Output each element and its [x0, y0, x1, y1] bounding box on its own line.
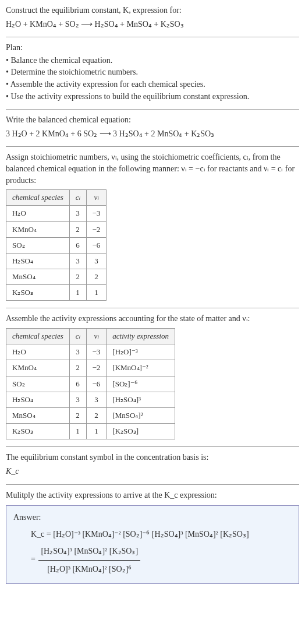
table-header-row: chemical species cᵢ νᵢ: [6, 190, 107, 206]
table-row: MnSO₄22[MnSO₄]²: [6, 407, 175, 423]
cell-vi: 1: [86, 424, 107, 439]
answer-line1: K_c = [H₂O]⁻³ [KMnO₄]⁻² [SO₂]⁻⁶ [H₂SO₄]³…: [31, 530, 249, 539]
table-row: H₂O3−3[H₂O]⁻³: [6, 344, 175, 360]
cell-species: H₂O: [6, 206, 70, 221]
fraction-denominator: [H₂O]³ [KMnO₄]² [SO₂]⁶: [38, 561, 140, 578]
cell-ci: 6: [69, 237, 86, 253]
cell-ci: 6: [69, 376, 86, 392]
cell-vi: −3: [86, 206, 107, 221]
divider: [6, 446, 299, 447]
table-row: H₂O3−3: [6, 206, 107, 221]
cell-vi: −3: [86, 344, 107, 360]
cell-species: K₂SO₃: [6, 285, 70, 301]
table-row: KMnO₄2−2[KMnO₄]⁻²: [6, 360, 175, 376]
table-row: SO₂6−6: [6, 237, 107, 253]
cell-vi: 2: [86, 407, 107, 423]
fraction-numerator: [H₂SO₄]³ [MnSO₄]² [K₂SO₃]: [38, 543, 140, 560]
assign-text: Assign stoichiometric numbers, νᵢ, using…: [6, 152, 299, 186]
cell-vi: 3: [86, 253, 107, 269]
equals-sign: =: [31, 555, 37, 564]
plan-list: • Balance the chemical equation. • Deter…: [6, 55, 299, 102]
col-vi: νᵢ: [86, 329, 107, 344]
col-ci: cᵢ: [69, 329, 86, 344]
cell-species: K₂SO₃: [6, 424, 70, 439]
cell-activity: [MnSO₄]²: [107, 407, 175, 423]
answer-box: Answer: K_c = [H₂O]⁻³ [KMnO₄]⁻² [SO₂]⁻⁶ …: [6, 505, 299, 584]
cell-ci: 1: [69, 285, 86, 301]
answer-label: Answer:: [13, 512, 292, 523]
cell-species: MnSO₄: [6, 407, 70, 423]
cell-species: KMnO₄: [6, 360, 70, 376]
cell-vi: 2: [86, 269, 107, 285]
col-species: chemical species: [6, 329, 70, 344]
table-row: H₂SO₄33: [6, 253, 107, 269]
cell-species: SO₂: [6, 376, 70, 392]
kc-symbol: K_c: [6, 466, 299, 477]
kc-symbol-value: K_c: [6, 467, 19, 476]
plan-item: • Use the activity expressions to build …: [6, 91, 299, 103]
divider: [6, 146, 299, 147]
answer-fraction: [H₂SO₄]³ [MnSO₄]² [K₂SO₃] [H₂O]³ [KMnO₄]…: [38, 543, 140, 578]
cell-vi: −6: [86, 237, 107, 253]
cell-ci: 2: [69, 221, 86, 237]
activity-table: chemical species cᵢ νᵢ activity expressi…: [6, 328, 175, 439]
prompt-intro: Construct the equilibrium constant, K, e…: [6, 5, 299, 16]
kc-symbol-text: The equilibrium constant symbol in the c…: [6, 452, 299, 463]
cell-species: H₂SO₄: [6, 392, 70, 407]
cell-species: H₂SO₄: [6, 253, 70, 269]
unbalanced-equation: H₂O + KMnO₄ + SO₂ ⟶ H₂SO₄ + MnSO₄ + K₂SO…: [6, 19, 299, 30]
plan-label: Plan:: [6, 42, 299, 54]
cell-ci: 3: [69, 253, 86, 269]
cell-ci: 2: [69, 407, 86, 423]
table-row: K₂SO₃11[K₂SO₃]: [6, 424, 175, 439]
multiply-text: Mulitply the activity expressions to arr…: [6, 490, 299, 501]
plan-item: • Assemble the activity expression for e…: [6, 79, 299, 90]
cell-ci: 2: [69, 269, 86, 285]
cell-activity: [H₂O]⁻³: [107, 344, 175, 360]
divider: [6, 484, 299, 485]
table-row: K₂SO₃11: [6, 285, 107, 301]
divider: [6, 37, 299, 37]
balanced-equation: 3 H₂O + 2 KMnO₄ + 6 SO₂ ⟶ 3 H₂SO₄ + 2 Mn…: [6, 128, 299, 140]
table-header-row: chemical species cᵢ νᵢ activity expressi…: [6, 329, 175, 344]
cell-species: SO₂: [6, 237, 70, 253]
cell-vi: −2: [86, 221, 107, 237]
table-row: SO₂6−6[SO₂]⁻⁶: [6, 376, 175, 392]
cell-species: KMnO₄: [6, 221, 70, 237]
cell-vi: 3: [86, 392, 107, 407]
plan-item: • Balance the chemical equation.: [6, 55, 299, 66]
plan-item: • Determine the stoichiometric numbers.: [6, 66, 299, 78]
cell-ci: 1: [69, 424, 86, 439]
table-row: KMnO₄2−2: [6, 221, 107, 237]
cell-vi: −2: [86, 360, 107, 376]
cell-species: MnSO₄: [6, 269, 70, 285]
cell-vi: 1: [86, 285, 107, 301]
cell-ci: 3: [69, 206, 86, 221]
cell-ci: 3: [69, 344, 86, 360]
assemble-text: Assemble the activity expressions accoun…: [6, 313, 299, 325]
balanced-label: Write the balanced chemical equation:: [6, 114, 299, 126]
cell-ci: 3: [69, 392, 86, 407]
divider: [6, 308, 299, 308]
divider: [6, 109, 299, 110]
cell-species: H₂O: [6, 344, 70, 360]
cell-vi: −6: [86, 376, 107, 392]
col-species: chemical species: [6, 190, 70, 206]
answer-equation: K_c = [H₂O]⁻³ [KMnO₄]⁻² [SO₂]⁻⁶ [H₂SO₄]³…: [13, 526, 292, 578]
stoich-table: chemical species cᵢ νᵢ H₂O3−3 KMnO₄2−2 S…: [6, 189, 107, 301]
col-activity: activity expression: [107, 329, 175, 344]
cell-activity: [SO₂]⁻⁶: [107, 376, 175, 392]
table-row: H₂SO₄33[H₂SO₄]³: [6, 392, 175, 407]
col-vi: νᵢ: [86, 190, 107, 206]
cell-activity: [K₂SO₃]: [107, 424, 175, 439]
cell-ci: 2: [69, 360, 86, 376]
cell-activity: [H₂SO₄]³: [107, 392, 175, 407]
col-ci: cᵢ: [69, 190, 86, 206]
table-row: MnSO₄22: [6, 269, 107, 285]
cell-activity: [KMnO₄]⁻²: [107, 360, 175, 376]
